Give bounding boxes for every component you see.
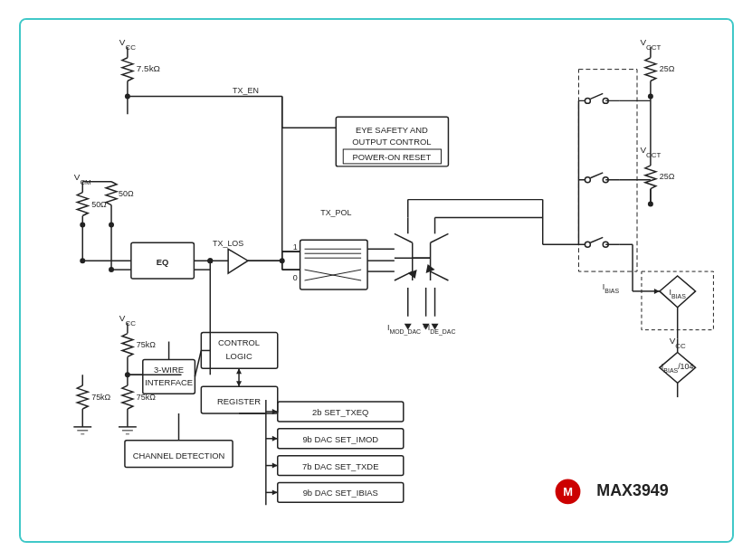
interface-label: INTERFACE [145, 377, 193, 387]
tx-pol-label: TX_POL [320, 208, 351, 217]
r25-1-label: 25Ω [659, 63, 674, 72]
three-wire-label: 3-WIRE [154, 365, 184, 375]
svg-point-18 [109, 267, 114, 272]
tx-en-label: TX_EN [233, 86, 259, 95]
svg-point-15 [80, 258, 85, 263]
register-label: REGISTER [216, 396, 260, 406]
diagram-container: VCC 7.5kΩ TX_EN VCM 50Ω 50Ω EQ [19, 18, 734, 543]
tx-los-label: TX_LOS [213, 239, 243, 248]
r75k-1-label: 75kΩ [136, 340, 155, 349]
r25-2-label: 25Ω [659, 171, 674, 180]
control-logic-label2: LOGIC [225, 351, 252, 361]
mux-1-label: 1 [292, 242, 297, 252]
set-imod-label: 9b DAC SET_IMOD [302, 433, 378, 443]
set-ibias-label: 9b DAC SET_IBIAS [302, 488, 377, 498]
control-logic-label: CONTROL [218, 337, 260, 347]
brand-logo-icon: M [563, 485, 573, 498]
svg-point-140 [279, 258, 284, 263]
eq-block-label: EQ [156, 257, 168, 267]
power-on-reset-label: POWER-ON RESET [352, 151, 431, 161]
eye-safety-line1: EYE SAFETY AND [355, 125, 427, 135]
brand-name: MAX3949 [596, 481, 668, 499]
set-txde-label: 7b DAC SET_TXDE [302, 460, 378, 470]
set-txeq-label: 2b SET_TXEQ [312, 406, 368, 416]
mux-0-label: 0 [292, 272, 297, 281]
r7k5-label: 7.5kΩ [136, 62, 159, 72]
r50-2-label: 50Ω [118, 188, 133, 197]
r75k-2-label: 75kΩ [91, 393, 110, 402]
channel-det-label: CHANNEL DETECTION [132, 450, 224, 460]
eye-safety-line2: OUTPUT CONTROL [352, 137, 431, 147]
r50-1-label: 50Ω [91, 199, 107, 208]
svg-point-131 [207, 258, 213, 263]
